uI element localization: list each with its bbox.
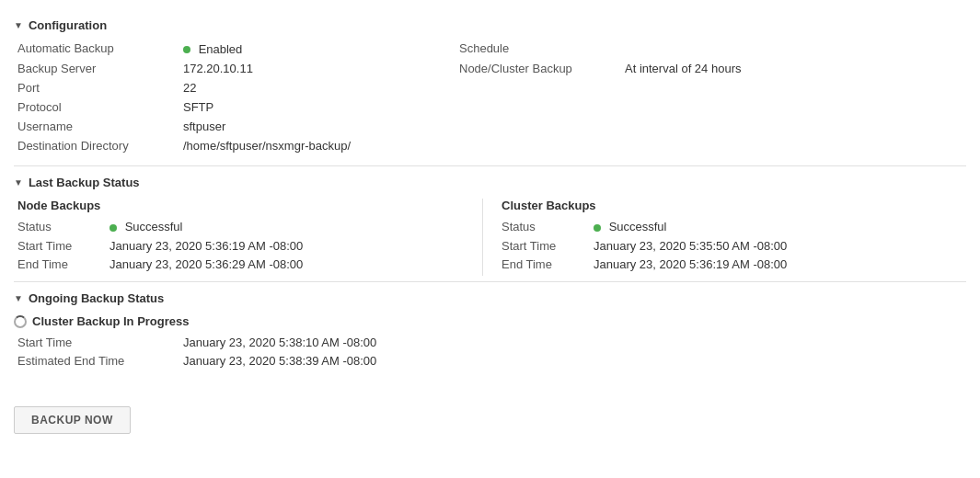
node-start-time-row: Start Time January 23, 2020 5:36:19 AM -… — [17, 239, 482, 253]
cluster-start-time-value: January 23, 2020 5:35:50 AM -08:00 — [594, 239, 787, 253]
schedule-value — [625, 41, 966, 56]
username-value: sftpuser — [183, 120, 459, 133]
ongoing-backup-status-header: ▼ Ongoing Backup Status — [14, 291, 966, 305]
backup-server-value: 172.20.10.11 — [183, 62, 459, 75]
cluster-start-time-label: Start Time — [502, 239, 594, 253]
automatic-backup-value: Enabled — [183, 41, 459, 56]
cluster-backups-title: Cluster Backups — [502, 199, 966, 212]
destination-directory-label: Destination Directory — [17, 139, 183, 153]
node-backups-title: Node Backups — [17, 199, 482, 212]
node-status-dot-icon — [110, 224, 117, 232]
enabled-dot-icon — [183, 46, 190, 53]
cluster-backups-panel: Cluster Backups Status Successful Start … — [482, 199, 966, 276]
ongoing-start-time-value: January 23, 2020 5:38:10 AM -08:00 — [183, 336, 459, 349]
last-backup-status-section: ▼ Last Backup Status Node Backups Status… — [14, 176, 966, 276]
protocol-label: Protocol — [17, 100, 183, 114]
chevron-down-icon: ▼ — [14, 20, 23, 30]
node-cluster-backup-label: Node/Cluster Backup — [459, 62, 625, 75]
destination-directory-value: /home/sftpuser/nsxmgr-backup/ — [183, 139, 459, 153]
cluster-start-time-row: Start Time January 23, 2020 5:35:50 AM -… — [502, 239, 966, 253]
ongoing-estimated-end-time-label: Estimated End Time — [17, 354, 183, 368]
cluster-end-time-row: End Time January 23, 2020 5:36:19 AM -08… — [502, 257, 966, 271]
ongoing-backup-status-title: Ongoing Backup Status — [29, 291, 164, 305]
ongoing-in-progress-row: Cluster Backup In Progress — [14, 314, 966, 328]
cluster-end-time-label: End Time — [502, 257, 594, 271]
node-end-time-value: January 23, 2020 5:36:29 AM -08:00 — [110, 257, 303, 271]
configuration-grid: Automatic Backup Enabled Schedule Backup… — [14, 41, 966, 153]
chevron-down-icon-3: ▼ — [14, 293, 23, 303]
node-status-value: Successful — [110, 220, 183, 233]
cluster-status-dot-icon — [594, 224, 601, 232]
configuration-title: Configuration — [29, 18, 107, 32]
configuration-header: ▼ Configuration — [14, 18, 966, 32]
port-value: 22 — [183, 81, 459, 95]
cluster-end-time-value: January 23, 2020 5:36:19 AM -08:00 — [594, 257, 787, 271]
node-backups-panel: Node Backups Status Successful Start Tim… — [14, 199, 482, 276]
divider-1 — [14, 165, 966, 166]
cluster-status-label: Status — [502, 220, 594, 233]
cluster-status-value: Successful — [594, 220, 667, 233]
chevron-down-icon-2: ▼ — [14, 177, 23, 188]
divider-2 — [14, 281, 966, 282]
cluster-status-row: Status Successful — [502, 220, 966, 233]
last-backup-status-header: ▼ Last Backup Status — [14, 176, 966, 189]
username-label: Username — [17, 120, 183, 133]
ongoing-estimated-end-time-value: January 23, 2020 5:38:39 AM -08:00 — [183, 354, 459, 368]
node-end-time-row: End Time January 23, 2020 5:36:29 AM -08… — [17, 257, 482, 271]
last-backup-status-title: Last Backup Status — [29, 176, 140, 189]
configuration-section: ▼ Configuration Automatic Backup Enabled… — [14, 18, 966, 153]
node-start-time-value: January 23, 2020 5:36:19 AM -08:00 — [110, 239, 303, 253]
schedule-label: Schedule — [459, 41, 625, 56]
node-status-row: Status Successful — [17, 220, 482, 233]
node-cluster-backup-value: At interval of 24 hours — [625, 62, 966, 75]
backup-status-container: Node Backups Status Successful Start Tim… — [14, 199, 966, 276]
protocol-value: SFTP — [183, 100, 459, 114]
spinner-icon — [14, 315, 27, 328]
backup-now-container: BACKUP NOW — [14, 386, 966, 434]
node-start-time-label: Start Time — [17, 239, 110, 253]
ongoing-in-progress-label: Cluster Backup In Progress — [32, 314, 190, 328]
automatic-backup-label: Automatic Backup — [17, 41, 183, 56]
ongoing-backup-status-section: ▼ Ongoing Backup Status Cluster Backup I… — [14, 291, 966, 368]
node-end-time-label: End Time — [17, 257, 110, 271]
node-status-label: Status — [17, 220, 110, 233]
port-label: Port — [17, 81, 183, 95]
ongoing-grid: Start Time January 23, 2020 5:38:10 AM -… — [14, 336, 966, 368]
backup-now-button[interactable]: BACKUP NOW — [14, 406, 131, 434]
backup-server-label: Backup Server — [17, 62, 183, 75]
ongoing-start-time-label: Start Time — [17, 336, 183, 349]
